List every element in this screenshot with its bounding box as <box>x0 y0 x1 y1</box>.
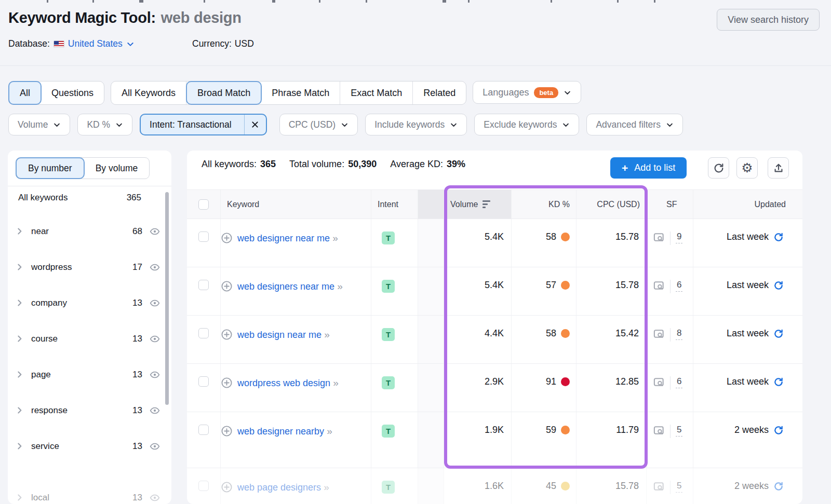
sidebar-item-response[interactable]: response 13 <box>8 392 171 428</box>
column-header-volume[interactable]: Volume <box>444 190 512 219</box>
sidebar-item-wordpress[interactable]: wordpress 17 <box>8 249 171 285</box>
serp-preview-icon[interactable] <box>653 328 665 340</box>
chevron-right-icon[interactable] <box>15 406 24 415</box>
chevron-right-icon[interactable] <box>15 334 24 343</box>
add-to-list-button[interactable]: + Add to list <box>610 157 687 179</box>
kd-filter-dropdown[interactable]: KD % <box>77 114 132 135</box>
sidebar-item-local[interactable]: local 13 <box>8 480 171 504</box>
expand-keyword-icon[interactable]: » <box>337 281 342 292</box>
refresh-results-button[interactable] <box>708 157 729 179</box>
eye-icon[interactable] <box>150 441 160 452</box>
sidebar-item-near[interactable]: near 68 <box>8 213 171 249</box>
serp-preview-icon[interactable] <box>653 231 665 243</box>
chevron-right-icon[interactable] <box>15 493 24 502</box>
tab-all[interactable]: All <box>8 81 42 105</box>
intent-filter-chip[interactable]: Intent: Transactional <box>140 114 267 135</box>
keyword-link[interactable]: web designer near me <box>237 233 330 243</box>
sf-count[interactable]: 6 <box>676 376 682 388</box>
export-button[interactable] <box>768 157 789 179</box>
row-checkbox[interactable] <box>198 425 209 435</box>
table-settings-button[interactable]: ⚙ <box>736 157 758 179</box>
eye-icon[interactable] <box>150 334 160 344</box>
sidebar-all-keywords-row[interactable]: All keywords 365 <box>8 186 171 209</box>
keyword-link[interactable]: web page designers <box>237 482 321 493</box>
sf-count[interactable]: 5 <box>676 425 682 437</box>
row-checkbox[interactable] <box>198 481 209 491</box>
serp-preview-icon[interactable] <box>653 280 665 292</box>
advanced-filters-dropdown[interactable]: Advanced filters <box>586 114 683 135</box>
remove-intent-filter-button[interactable] <box>244 115 266 134</box>
row-checkbox[interactable] <box>198 376 209 387</box>
eye-icon[interactable] <box>150 262 160 273</box>
select-all-checkbox[interactable] <box>198 199 209 210</box>
tab-related[interactable]: Related <box>413 81 466 104</box>
add-keyword-icon[interactable] <box>221 481 233 504</box>
add-keyword-icon[interactable] <box>221 329 233 363</box>
refresh-keyword-icon[interactable] <box>773 280 784 291</box>
refresh-keyword-icon[interactable] <box>773 329 784 339</box>
add-keyword-icon[interactable] <box>221 377 233 412</box>
row-checkbox[interactable] <box>198 328 209 338</box>
expand-keyword-icon[interactable]: » <box>327 426 332 437</box>
column-header-keyword[interactable]: Keyword <box>221 190 371 219</box>
database-selector[interactable]: Database: United States <box>8 38 135 49</box>
eye-icon[interactable] <box>150 370 160 380</box>
tab-questions[interactable]: Questions <box>41 81 104 104</box>
sidebar-item-service[interactable]: service 13 <box>8 428 171 464</box>
add-keyword-icon[interactable] <box>221 425 233 468</box>
refresh-keyword-icon[interactable] <box>773 377 784 387</box>
refresh-keyword-icon[interactable] <box>773 425 784 435</box>
sort-by-number-button[interactable]: By number <box>16 157 85 179</box>
sidebar-scrollbar[interactable] <box>165 192 169 405</box>
keyword-link[interactable]: web design near me <box>237 330 321 340</box>
volume-filter-dropdown[interactable]: Volume <box>8 114 70 135</box>
sidebar-item-course[interactable]: course 13 <box>8 321 171 357</box>
column-header-kd[interactable]: KD % <box>512 190 577 219</box>
keyword-link[interactable]: web designer nearby <box>237 426 324 437</box>
add-keyword-icon[interactable] <box>221 232 233 267</box>
column-header-sf[interactable]: SF <box>647 190 693 219</box>
column-header-intent[interactable]: Intent <box>371 190 418 219</box>
column-header-updated[interactable]: Updated <box>693 190 792 219</box>
sf-count[interactable]: 9 <box>676 231 682 243</box>
keyword-link[interactable]: wordpress web design <box>237 378 330 388</box>
expand-keyword-icon[interactable]: » <box>324 482 329 493</box>
sort-by-volume-button[interactable]: By volume <box>84 158 150 179</box>
refresh-keyword-icon[interactable] <box>773 481 784 492</box>
sidebar-item-page[interactable]: page 13 <box>8 357 171 392</box>
chevron-right-icon[interactable] <box>15 442 24 451</box>
expand-keyword-icon[interactable]: » <box>333 377 338 388</box>
expand-keyword-icon[interactable]: » <box>324 329 329 340</box>
serp-preview-icon[interactable] <box>653 376 665 388</box>
sf-count[interactable]: 6 <box>676 280 682 292</box>
database-value[interactable]: United States <box>68 38 123 49</box>
keyword-link[interactable]: web designers near me <box>237 281 334 292</box>
sf-count[interactable]: 5 <box>676 481 682 493</box>
serp-preview-icon[interactable] <box>653 425 665 437</box>
tab-phrase-match[interactable]: Phrase Match <box>261 81 340 104</box>
chevron-right-icon[interactable] <box>15 263 24 271</box>
include-keywords-dropdown[interactable]: Include keywords <box>365 114 467 135</box>
view-search-history-button[interactable]: View search history <box>717 9 820 31</box>
refresh-keyword-icon[interactable] <box>773 232 784 242</box>
eye-icon[interactable] <box>150 226 160 237</box>
tab-all-keywords[interactable]: All Keywords <box>111 81 186 104</box>
sf-count[interactable]: 8 <box>676 328 682 340</box>
serp-preview-icon[interactable] <box>653 481 665 493</box>
languages-dropdown[interactable]: Languages beta <box>473 81 581 104</box>
tab-exact-match[interactable]: Exact Match <box>340 81 413 104</box>
column-header-cpc[interactable]: CPC (USD) <box>577 190 647 219</box>
chevron-right-icon[interactable] <box>15 298 24 307</box>
row-checkbox[interactable] <box>198 280 209 290</box>
cpc-filter-dropdown[interactable]: CPC (USD) <box>279 114 358 135</box>
row-checkbox[interactable] <box>198 231 209 242</box>
chevron-right-icon[interactable] <box>15 370 24 379</box>
expand-keyword-icon[interactable]: » <box>332 233 338 243</box>
eye-icon[interactable] <box>150 405 160 416</box>
eye-icon[interactable] <box>150 493 160 503</box>
add-keyword-icon[interactable] <box>221 280 233 315</box>
chevron-right-icon[interactable] <box>15 227 24 236</box>
eye-icon[interactable] <box>150 298 160 308</box>
exclude-keywords-dropdown[interactable]: Exclude keywords <box>474 114 579 135</box>
sidebar-item-company[interactable]: company 13 <box>8 285 171 321</box>
